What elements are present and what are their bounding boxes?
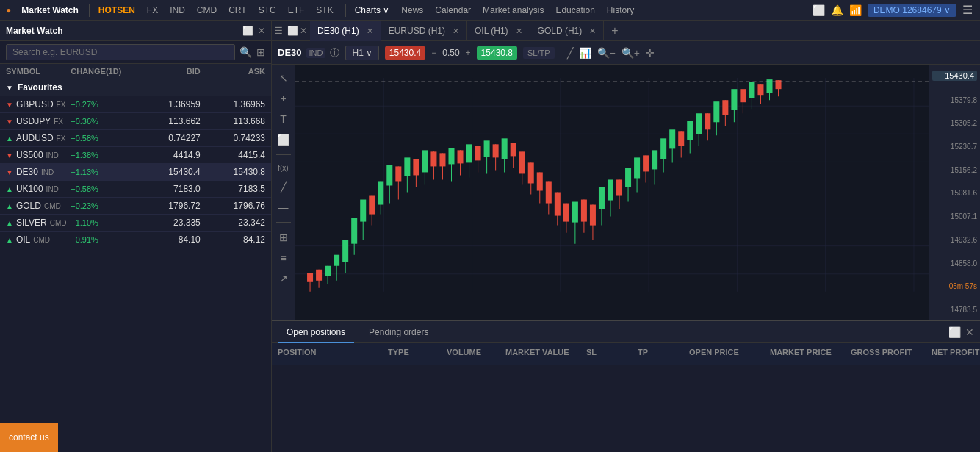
sltp-button[interactable]: SL/TP	[523, 47, 555, 59]
svg-rect-43	[430, 151, 436, 166]
chart-tab-de30[interactable]: DE30 (H1) ✕	[310, 21, 381, 41]
symbol-row-silver[interactable]: ▲ SILVER CMD +1.10% 23.335 23.342	[0, 215, 271, 232]
nav-cmd[interactable]: CMD	[191, 0, 223, 21]
price-15156: 15156.2	[932, 166, 977, 174]
direction-icon: ▲	[6, 185, 13, 193]
zoom-out-icon[interactable]: 🔍−	[597, 47, 616, 59]
add-chart-tab-button[interactable]: +	[604, 24, 625, 37]
zoom-in-icon[interactable]: 🔍+	[621, 47, 640, 59]
tab-pending-orders[interactable]: Pending orders	[360, 321, 437, 343]
trend-line-tool[interactable]: ╱	[278, 178, 289, 195]
crosshair-icon[interactable]: ✛	[646, 47, 655, 59]
cursor-tool[interactable]: ↖	[276, 69, 291, 87]
nav-etf[interactable]: ETF	[282, 0, 311, 21]
hamburger-icon[interactable]: ☰	[962, 3, 973, 17]
positions-body	[272, 365, 980, 395]
chart-tab-gold[interactable]: GOLD (H1) ✕	[530, 21, 605, 41]
share-tool[interactable]: ↗	[276, 270, 291, 287]
nav-market-analysis[interactable]: Market analysis	[477, 0, 550, 21]
symbol-row-uk100[interactable]: ▲ UK100 IND +0.58% 7183.0 7183.5	[0, 181, 271, 198]
symbol-name: ▲ UK100 IND	[6, 184, 71, 194]
horizontal-line-tool[interactable]: —	[275, 198, 292, 216]
nav-ind[interactable]: IND	[164, 0, 191, 21]
depth-chart-tool[interactable]: ⊞	[276, 229, 291, 246]
tab-close-icon[interactable]: ✕	[589, 21, 596, 41]
bell-icon[interactable]: 🔔	[831, 4, 843, 16]
nav-stc[interactable]: STC	[253, 0, 282, 21]
chart-tab-oil[interactable]: OIL (H1) ✕	[467, 21, 530, 41]
chart-symbol-info: DE30 IND ⓘ	[278, 46, 339, 60]
layers-tool[interactable]: ≡	[277, 249, 289, 267]
candlestick-chart	[295, 65, 929, 320]
candle-type-icon[interactable]: 📊	[579, 47, 591, 59]
nav-education[interactable]: Education	[550, 0, 600, 21]
chart-tab-eurusd[interactable]: EURUSD (H1) ✕	[381, 21, 467, 41]
svg-rect-37	[404, 157, 410, 176]
svg-rect-65	[528, 162, 534, 183]
nav-history[interactable]: History	[601, 0, 640, 21]
grid-view-icon[interactable]: ⊞	[256, 46, 265, 58]
wifi-icon[interactable]: 📶	[849, 4, 862, 16]
search-input[interactable]	[6, 44, 235, 60]
tab-label: DE30 (H1)	[317, 21, 359, 41]
ask-value: 113.668	[201, 116, 265, 126]
favourites-section[interactable]: ▼ Favourites	[0, 79, 271, 96]
search-icon[interactable]: 🔍	[239, 46, 252, 58]
demo-account-badge[interactable]: DEMO 12684679 ∨	[868, 4, 956, 17]
bid-value: 0.74227	[136, 133, 201, 143]
crosshair-tool[interactable]: +	[277, 90, 289, 107]
close-icon[interactable]: ✕	[258, 26, 265, 36]
contact-us-button[interactable]: contact us	[0, 423, 58, 452]
close-panel-icon[interactable]: ✕	[965, 326, 974, 338]
tab-close-icon[interactable]: ✕	[367, 21, 373, 41]
line-tool-icon[interactable]: ╱	[567, 47, 573, 59]
chart-container: ↖ + T ⬜ f(x) ╱ — ⊞ ≡ ↗	[272, 65, 980, 320]
chart-menu-icon[interactable]: ☰	[275, 26, 283, 36]
timeframe-selector[interactable]: H1 ∨	[345, 46, 378, 60]
svg-rect-55	[484, 140, 490, 157]
indicator-tool[interactable]: f(x)	[275, 161, 291, 175]
info-icon[interactable]: ⓘ	[330, 46, 339, 60]
spread-plus: +	[466, 48, 471, 58]
nav-fx[interactable]: FX	[141, 0, 164, 21]
nav-calendar[interactable]: Calendar	[429, 0, 477, 21]
change-value: +0.23%	[71, 201, 135, 210]
nav-stk[interactable]: STK	[310, 0, 339, 21]
svg-rect-69	[546, 181, 552, 203]
symbol-row-gold[interactable]: ▲ GOLD CMD +0.23% 1796.72 1796.76	[0, 198, 271, 215]
nav-news[interactable]: News	[395, 0, 429, 21]
ask-value: 1.36965	[201, 99, 265, 110]
svg-rect-105	[705, 113, 710, 129]
nav-charts[interactable]: Charts ∨	[349, 0, 396, 21]
minimize-icon[interactable]: ⬜	[242, 26, 253, 36]
symbol-row-usdjpy[interactable]: ▼ USDJPY FX +0.36% 113.662 113.668	[0, 113, 271, 130]
left-tools-panel: ↖ + T ⬜ f(x) ╱ — ⊞ ≡ ↗	[272, 65, 295, 320]
symbol-row-de30[interactable]: ▼ DE30 IND +1.13% 15430.4 15430.8	[0, 164, 271, 181]
symbol-name: ▲ GOLD CMD	[6, 201, 71, 211]
minimize-panel-icon[interactable]: ⬜	[948, 326, 961, 338]
rectangle-tool[interactable]: ⬜	[274, 131, 292, 148]
symbol-row-us500[interactable]: ▼ US500 IND +1.38% 4414.9 4415.4	[0, 147, 271, 164]
symbol-row-gbpusd[interactable]: ▼ GBPUSD FX +0.27% 1.36959 1.36965	[0, 96, 271, 113]
tab-close-icon[interactable]: ✕	[453, 21, 459, 41]
chart-minimize-icon[interactable]: ⬜	[287, 26, 298, 36]
col-gross-profit: GROSS PROFIT	[851, 348, 932, 360]
symbol-row-audusd[interactable]: ▲ AUDUSD FX +0.58% 0.74227 0.74233	[0, 130, 271, 147]
text-tool[interactable]: T	[277, 110, 289, 128]
nav-hotsen[interactable]: HOTSEN	[93, 0, 141, 21]
tab-close-icon[interactable]: ✕	[516, 21, 522, 41]
symbol-row-oil[interactable]: ▲ OIL CMD +0.91% 84.10 84.12	[0, 232, 271, 248]
svg-rect-63	[519, 151, 525, 173]
direction-icon: ▲	[6, 134, 13, 143]
spread-value: 0.50	[442, 48, 459, 58]
monitor-icon[interactable]: ⬜	[813, 4, 825, 16]
chart-close-icon[interactable]: ✕	[300, 26, 307, 36]
price-14932: 14932.6	[932, 236, 977, 244]
tab-label: GOLD (H1)	[538, 21, 583, 41]
svg-rect-59	[502, 138, 508, 159]
tab-open-positions[interactable]: Open positions	[278, 321, 354, 343]
price-15305: 15305.2	[932, 119, 977, 127]
svg-rect-99	[678, 131, 684, 146]
positions-header: POSITION TYPE VOLUME MARKET VALUE SL TP …	[272, 343, 980, 365]
nav-crt[interactable]: CRT	[223, 0, 252, 21]
